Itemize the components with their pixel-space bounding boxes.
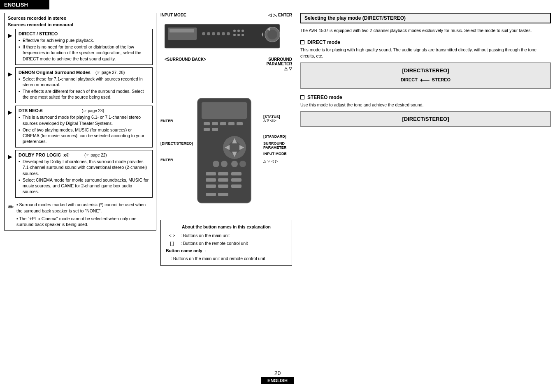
stereo-mode-diagram: [DIRECT/STEREO] [300,111,551,127]
svg-rect-41 [206,178,216,182]
legend-text-3: : Buttons on the main unit and remote co… [166,255,287,262]
svg-rect-46 [231,184,242,188]
mode-title-dolby: DOLBY PRO LOGIC x® (☞ page 22) [19,152,149,157]
svg-point-9 [233,30,236,32]
arrow-icon-3: ▶ [8,109,12,115]
svg-rect-27 [212,128,218,131]
svg-point-4 [207,32,210,35]
arrow-icon-2: ▶ [8,71,12,77]
mode-wrapper-dts: ▶ DTS NEO:6 (☞ page 23) This is a surrou… [8,106,153,148]
header: ENGLISH [0,0,555,9]
bottom-top-device-labels: <SURROUND BACK> SURROUND PARAMETER △ ▽ [165,57,292,71]
arrow-icon-4: ▶ [8,153,12,160]
legend-row-2: [ ] : Buttons on the remote control unit [166,240,287,247]
mode-item: Select CINEMA mode for movie surround so… [19,177,149,195]
source-box: Sources recorded in stereo Sources recor… [4,13,156,231]
note-2: • The "+PL x Cinema" mode cannot be sele… [16,216,153,228]
svg-rect-21 [204,122,210,125]
direct-mode-desc: This mode is for playing with high quali… [300,47,551,59]
mode-title-denon: DENON Original Surround Modes (☞ page 27… [19,70,149,75]
input-mode-right: INPUT MODE [263,152,292,156]
mode-block-dolby: DOLBY PRO LOGIC x® (☞ page 22) Developed… [15,150,153,198]
mode-item: Developed by Dolby Laboratories, this su… [19,159,149,176]
svg-point-6 [217,32,220,35]
page-footer: 20 ENGLISH [261,370,294,384]
svg-rect-2 [170,29,194,32]
svg-point-16 [267,30,277,39]
svg-point-35 [221,161,228,167]
svg-rect-20 [202,102,247,119]
mode-item: This is a surround mode for playing 6.1-… [19,114,149,126]
svg-rect-43 [231,178,242,182]
direct-text: DIRECT [401,77,418,82]
mode-block-dts: DTS NEO:6 (☞ page 23) This is a surround… [15,106,153,148]
mode-title-dts: DTS NEO:6 (☞ page 23) [19,108,149,113]
surround-param-right: SURROUNDPARAMETER [263,141,292,150]
play-mode-title: Selecting the play mode (DIRECT/STEREO) [300,13,551,23]
page-ref-dts: (☞ page 23) [81,108,104,113]
mode-item: If there is no need for tone control or … [19,44,149,62]
arrows-label: △ ▽ [266,66,292,71]
stereo-mode-title: STEREO mode [300,95,551,100]
legend-row-1: < > : Buttons on the main unit [166,232,287,239]
svg-point-7 [222,32,225,35]
svg-rect-38 [206,172,216,175]
left-column: Sources recorded in stereo Sources recor… [4,13,156,266]
input-mode-label: INPUT MODE [160,13,186,17]
page-ref-denon: (☞ page 27, 28) [95,70,125,75]
legend-text-1: : Buttons on the main unit [181,232,230,239]
direct-mode-title: DIRECT mode [300,39,551,45]
legend-colon: : [205,247,206,254]
svg-rect-45 [218,184,228,188]
language-label: ENGLISH [0,0,49,9]
svg-point-37 [239,161,246,167]
svg-point-13 [237,34,240,36]
svg-rect-22 [212,122,218,125]
svg-point-34 [213,161,219,167]
direct-diagram-label: [DIRECT/STEREO] [309,67,542,74]
page-ref-dolby: (☞ page 22) [84,153,107,157]
square-icon-direct [300,40,304,44]
svg-point-5 [212,32,215,35]
stereo-mode-desc: Use this mode to adjust the tone and ach… [300,102,551,108]
svg-point-12 [233,34,236,36]
surround-back-label: <SURROUND BACK> [165,57,206,71]
enter-label: ◁ ▷, ENTER [268,13,292,17]
arrow-icon-1: ▶ [8,32,12,39]
direct-mode-diagram: [DIRECT/STEREO] DIRECT ⟵ STEREO [300,62,551,89]
stereo-mode-section: STEREO mode Use this mode to adjust the … [300,95,551,127]
stereo-diagram-label: [DIRECT/STEREO] [309,116,542,122]
svg-rect-24 [228,122,235,125]
standard-label: [STANDARD] [263,134,292,138]
enter-top: ENTER [160,119,172,123]
status-label: [STATUS] △ ▽ ◁ ▷ [263,115,292,122]
direct-diagram-inner: DIRECT ⟵ STEREO [309,76,542,84]
bottom-arrows: △ ▽ ◁ ▷ [263,159,292,163]
direct-stereo-label-left: [DIRECT/STEREO] [160,141,172,145]
svg-point-10 [237,30,240,32]
surround-label: SURROUND [266,57,292,62]
svg-rect-23 [220,122,226,125]
legend-title: About the button names in this explanati… [166,224,287,231]
mode-wrapper-direct: ▶ DIRECT / STEREO Effective for achievin… [8,29,153,65]
svg-rect-26 [204,128,210,131]
top-device-diagram: INPUT MODE ◁ ▷, ENTER [160,13,292,95]
svg-point-14 [242,34,244,36]
footer-lang: ENGLISH [261,377,294,384]
svg-rect-44 [206,184,216,188]
notes-section: ✏ • Surround modes marked with an asteri… [8,202,153,228]
svg-rect-39 [218,172,228,175]
legend-row-3: Button name only : [166,247,287,254]
svg-rect-25 [237,122,243,125]
legend-bold-3: Button name only [166,247,202,254]
svg-rect-47 [206,193,216,196]
mode-block-direct: DIRECT / STEREO Effective for achieving … [15,29,153,65]
mode-item: Select these for 7.1-channel playback wi… [19,76,149,88]
mode-wrapper-dolby: ▶ DOLBY PRO LOGIC x® (☞ page 22) Develop… [8,150,153,198]
top-device-svg [165,20,284,53]
middle-column: INPUT MODE ◁ ▷, ENTER [160,13,292,266]
bottom-device-diagram: ENTER [STATUS] △ ▽ ◁ ▷ [DIRECT/STEREO] [… [160,98,292,213]
button-legend-box: About the button names in this explanati… [160,220,292,266]
enter-bottom: ENTER [160,158,172,162]
svg-rect-40 [231,172,242,175]
